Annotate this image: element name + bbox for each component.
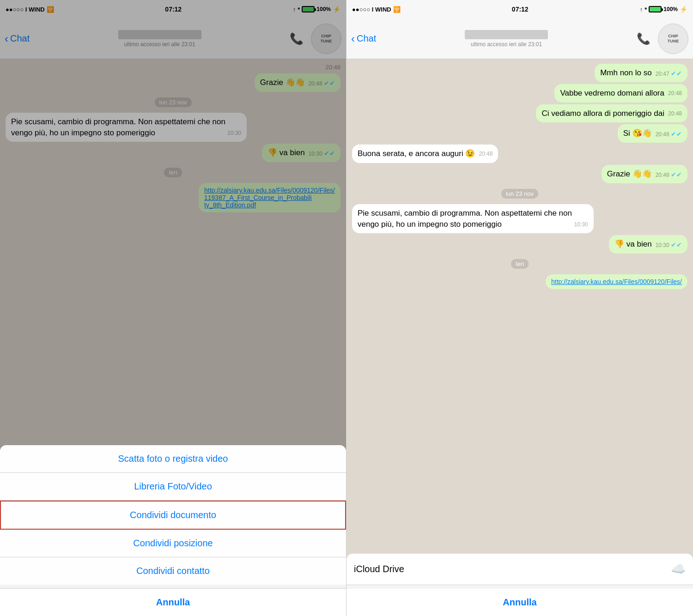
right-link-msg: http://zalsiary.kau.edu.sa/Files/0009120… xyxy=(546,274,687,289)
action-photo-video[interactable]: Scatta foto o registra video xyxy=(0,445,346,473)
right-phone-icon[interactable]: 📞 xyxy=(637,32,650,45)
left-action-sheet-overlay: Scatta foto o registra video Libreria Fo… xyxy=(0,0,346,616)
right-nav-actions: 📞 CHIPTUNE xyxy=(637,24,688,54)
right-msg-4: Si 😘👋 20:48 ✔✔ xyxy=(618,124,687,143)
right-msg-3: Ci vediamo allora di pomeriggio dai 20:4… xyxy=(536,104,687,123)
right-msg-5: Buona serata, e ancora auguri 😉 20:48 xyxy=(352,145,498,163)
right-msg-6: Grazie 👋👋 20:48 ✔✔ xyxy=(602,165,687,183)
icloud-cancel-button[interactable]: Annulla xyxy=(346,589,693,616)
action-contact[interactable]: Condividi contatto xyxy=(0,557,346,585)
action-document[interactable]: Condividi documento xyxy=(0,501,346,530)
right-nav-subtitle: ultimo accesso ieri alle 23:01 xyxy=(471,41,542,48)
right-carrier: ●●○○○ I WIND xyxy=(352,6,391,13)
right-back-arrow-icon: ‹ xyxy=(351,32,355,45)
right-contact-name xyxy=(465,30,548,39)
right-chat-area: Mmh non lo so 20:47 ✔✔ Vabbe vedremo dom… xyxy=(346,59,693,616)
right-battery-label: 100% xyxy=(663,6,678,12)
right-icloud-sheet: iCloud Drive ☁️ Annulla xyxy=(346,554,693,616)
icloud-drive-row[interactable]: iCloud Drive ☁️ xyxy=(346,554,693,585)
right-status-left: ●●○○○ I WIND 🛜 xyxy=(352,6,401,13)
right-nav-center: ultimo accesso ieri alle 23:01 xyxy=(465,30,548,48)
right-time: 07:12 xyxy=(512,6,529,13)
right-bluetooth-icon: * xyxy=(644,6,647,13)
right-wifi-icon: 🛜 xyxy=(393,6,401,13)
right-day-1: lun 23 nov xyxy=(501,189,538,199)
right-avatar: CHIPTUNE xyxy=(658,24,688,54)
action-position[interactable]: Condividi posizione xyxy=(0,530,346,557)
right-back-label: Chat xyxy=(357,33,376,44)
right-msg-8: 👎 va bien 10:30 ✔✔ xyxy=(609,235,687,254)
right-msg-1: Mmh non lo so 20:47 ✔✔ xyxy=(595,64,687,82)
icloud-drive-label: iCloud Drive xyxy=(354,564,404,574)
action-cancel[interactable]: Annulla xyxy=(0,588,346,616)
right-status-bar: ●●○○○ I WIND 🛜 07:12 ↑ * 100% ⚡ xyxy=(346,0,693,18)
right-msg-7: Pie scusami, cambio di programma. Non as… xyxy=(352,204,594,234)
right-status-right: ↑ * 100% ⚡ xyxy=(640,6,687,13)
right-arrow-icon: ↑ xyxy=(640,6,643,13)
right-panel: ●●○○○ I WIND 🛜 07:12 ↑ * 100% ⚡ ‹ Chat u… xyxy=(346,0,693,616)
right-icloud-popup: iCloud Drive ☁️ Annulla xyxy=(346,554,693,616)
action-library[interactable]: Libreria Foto/Video xyxy=(0,473,346,501)
right-nav-bar: ‹ Chat ultimo accesso ieri alle 23:01 📞 … xyxy=(346,18,693,59)
left-panel: ●●○○○ I WIND 🛜 07:12 ↑ * 100% ⚡ ‹ Chat u… xyxy=(0,0,346,616)
right-battery xyxy=(649,6,662,12)
right-day-2: Ieri xyxy=(511,259,529,269)
right-msg-2: Vabbe vedremo domani allora 20:48 xyxy=(554,84,687,103)
right-back-button[interactable]: ‹ Chat xyxy=(351,32,376,45)
left-action-sheet: Scatta foto o registra video Libreria Fo… xyxy=(0,445,346,616)
right-charging-icon: ⚡ xyxy=(680,6,687,13)
icloud-cloud-icon: ☁️ xyxy=(671,562,686,576)
